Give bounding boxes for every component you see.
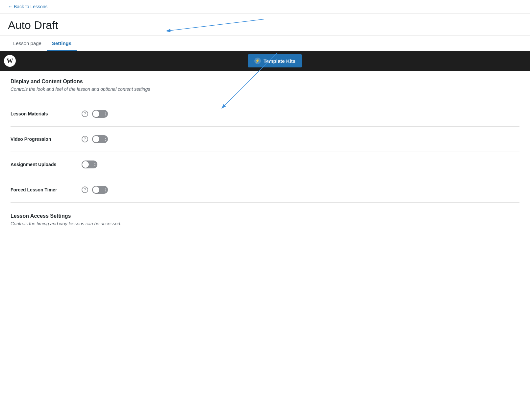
divider-1 — [11, 126, 519, 127]
assignment-uploads-toggle-dots — [94, 163, 95, 166]
assignment-uploads-label: Assignment Uploads — [11, 162, 76, 167]
wp-logo-button[interactable]: W — [0, 51, 20, 71]
access-section-title: Lesson Access Settings — [11, 213, 519, 219]
lesson-materials-toggle-knob — [93, 111, 99, 117]
video-progression-toggle-knob — [93, 136, 99, 142]
tabs-bar: Lesson page Settings — [0, 36, 530, 51]
content-area: Display and Content Options Controls the… — [0, 71, 530, 245]
video-progression-help-icon[interactable]: ? — [82, 136, 88, 142]
divider-3 — [11, 177, 519, 177]
video-progression-toggle[interactable] — [92, 135, 108, 143]
toggle-dot-6 — [94, 165, 95, 166]
toolbar-center: ⚡ Template Kits — [20, 54, 530, 67]
tab-settings[interactable]: Settings — [47, 36, 77, 51]
display-section-desc: Controls the look and feel of the lesson… — [11, 86, 519, 92]
video-progression-label: Video Progression — [11, 136, 76, 142]
lesson-materials-row: Lesson Materials ? — [11, 104, 519, 124]
forced-lesson-timer-toggle-dots — [105, 188, 106, 191]
page-title: Auto Draft — [0, 13, 530, 36]
forced-lesson-timer-toggle[interactable] — [92, 186, 108, 194]
video-progression-row: Video Progression ? — [11, 129, 519, 149]
lesson-materials-help-icon[interactable]: ? — [82, 111, 88, 117]
forced-lesson-timer-help-icon[interactable]: ? — [82, 186, 88, 193]
toggle-dot-7 — [105, 188, 106, 189]
toggle-dot-5 — [94, 163, 95, 164]
wp-wordmark: W — [7, 57, 13, 65]
toggle-dot-4 — [105, 140, 106, 141]
display-section-title: Display and Content Options — [11, 79, 519, 85]
lesson-access-section: Lesson Access Settings Controls the timi… — [11, 213, 519, 226]
divider-2 — [11, 152, 519, 152]
display-content-section: Display and Content Options Controls the… — [11, 79, 519, 203]
forced-lesson-timer-label: Forced Lesson Timer — [11, 187, 76, 192]
back-to-lessons-link[interactable]: ← Back to Lessons — [8, 4, 48, 9]
template-kits-label: Template Kits — [264, 58, 295, 64]
divider-top — [11, 101, 519, 101]
forced-lesson-timer-toggle-knob — [93, 186, 99, 193]
toggle-dot-1 — [105, 112, 106, 113]
forced-lesson-timer-controls: ? — [82, 186, 108, 194]
assignment-uploads-controls — [82, 161, 97, 168]
editor-toolbar: W ⚡ Template Kits — [0, 51, 530, 71]
lesson-materials-controls: ? — [82, 110, 108, 118]
assignment-uploads-toggle-knob — [82, 161, 89, 168]
forced-lesson-timer-row: Forced Lesson Timer ? — [11, 180, 519, 200]
divider-4 — [11, 202, 519, 203]
wp-logo-icon: W — [4, 55, 16, 67]
video-progression-controls: ? — [82, 135, 108, 143]
assignment-uploads-toggle[interactable] — [82, 161, 97, 168]
lesson-materials-toggle[interactable] — [92, 110, 108, 118]
lightning-icon: ⚡ — [254, 58, 261, 64]
toggle-dot-2 — [105, 114, 106, 115]
top-bar: ← Back to Lessons — [0, 0, 530, 13]
tab-lesson-page[interactable]: Lesson page — [8, 36, 47, 51]
lesson-materials-toggle-dots — [105, 112, 106, 115]
access-section-desc: Controls the timing and way lessons can … — [11, 221, 519, 226]
toggle-dot-8 — [105, 190, 106, 191]
template-kits-button[interactable]: ⚡ Template Kits — [248, 54, 302, 67]
toggle-dot-3 — [105, 138, 106, 139]
lesson-materials-label: Lesson Materials — [11, 111, 76, 116]
video-progression-toggle-dots — [105, 138, 106, 141]
assignment-uploads-row: Assignment Uploads — [11, 155, 519, 174]
